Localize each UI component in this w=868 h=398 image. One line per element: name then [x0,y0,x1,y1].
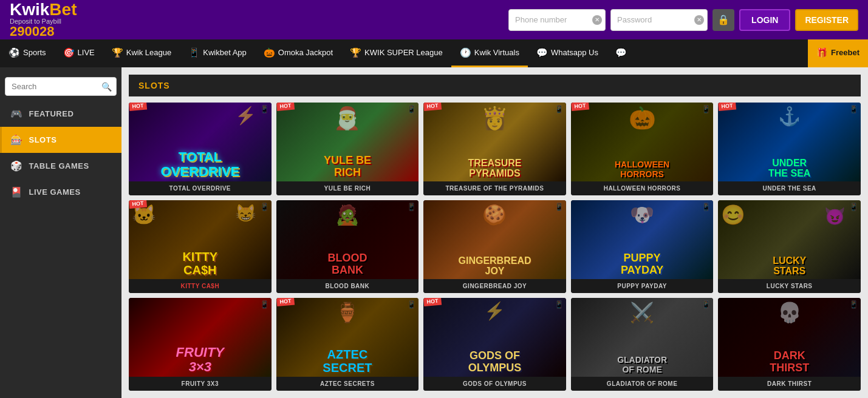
nav-omoka-jackpot[interactable]: 🎃 Omoka Jackpot [255,39,341,67]
mobile-icon: 📱 [849,105,858,113]
password-input[interactable] [610,9,708,31]
game-card-kitty-cash[interactable]: HOT 📱 KITTYCA$H 🐱 😸 KITTY CA$H [129,200,272,293]
game-text: AZTECSECRET [276,345,419,377]
nav-kwik-virtuals-label: Kwik Virtuals [474,48,519,57]
sidebar-featured-label: FEATURED [29,109,74,118]
mobile-icon: 📱 [849,300,858,309]
game-thumb: HOT 📱 AZTECSECRET 🏺 [276,298,419,377]
live-icon: 🎯 [63,47,75,58]
table-games-icon: 🎲 [10,160,23,172]
sidebar-item-slots[interactable]: 🎰 SLOTS [0,127,121,153]
logo-paybill: 290028 [10,25,77,38]
game-card-aztec-secrets[interactable]: HOT 📱 AZTECSECRET 🏺 AZTEC SECRETS [276,298,419,391]
game-card-gladiator-rome[interactable]: 📱 GLADIATOROF ROME ⚔️ GLADIATOR OF ROME [571,298,714,391]
nav-sports[interactable]: ⚽ Sports [0,39,55,67]
lock-button[interactable]: 🔒 [713,9,734,31]
nav-live-label: LIVE [78,48,95,57]
main-layout: 🔍 🎮 FEATURED 🎰 SLOTS 🎲 TABLE GAMES 🎴 LIV… [0,67,868,398]
game-card-puppy-payday[interactable]: 📱 PuppyPayday 🐶 PUPPY PAYDAY [571,200,714,293]
game-title: GINGERBREAD JOY [423,279,566,293]
game-grid: HOT 📱 TOTALOVERDRIVE ⚡ TOTAL OVERDRIVE H… [129,103,861,391]
game-title: FRUITY 3X3 [129,377,272,391]
game-card-fruity-3x3[interactable]: 📱 FRUITY3×3 FRUITY 3X3 [129,298,272,391]
featured-icon: 🎮 [10,108,23,120]
password-clear-button[interactable]: ✕ [694,15,704,25]
game-title: BLOOD BANK [276,279,419,293]
game-title: HALLOWEEN HORRORS [571,181,714,195]
nav-whatsapp-label: Whatsapp Us [551,48,598,57]
game-text: KITTYCA$H [129,248,272,279]
register-button[interactable]: REGISTER [795,9,858,31]
phone-clear-button[interactable]: ✕ [592,15,602,25]
game-text: TOTALOVERDRIVE [129,147,272,181]
game-title: DARK THIRST [718,377,861,391]
game-thumb: 📱 GLADIATOROF ROME ⚔️ [571,298,714,377]
game-card-treasure-pyramids[interactable]: HOT 📱 TREASUREPYRAMIDS 👸 TREASURE OF THE… [423,103,566,195]
sidebar-item-live-games[interactable]: 🎴 LIVE GAMES [0,179,121,205]
game-card-total-overdrive[interactable]: HOT 📱 TOTALOVERDRIVE ⚡ TOTAL OVERDRIVE [129,103,272,195]
kwikbet-app-icon: 📱 [188,47,200,58]
game-title: AZTEC SECRETS [276,377,419,391]
game-thumb: 📱 GINGERBREADJOY 🍪 [423,200,566,279]
nav-kwik-super[interactable]: 🏆 KWIK SUPER League [341,39,451,67]
phone-input[interactable] [508,9,606,31]
sidebar-slots-label: SLOTS [29,135,57,144]
main-nav: ⚽ Sports 🎯 LIVE 🏆 Kwik League 📱 Kwikbet … [0,39,868,67]
game-title: UNDER THE SEA [718,181,861,195]
mobile-icon: 📱 [260,300,269,309]
kwik-virtuals-icon: 🕐 [460,47,471,58]
game-title: TREASURE OF THE PYRAMIDS [423,181,566,195]
game-card-under-the-sea[interactable]: HOT 📱 UNDERTHE SEA ⚓ UNDER THE SEA [718,103,861,195]
search-wrap: 🔍 [5,77,117,96]
nav-kwik-super-label: KWIK SUPER League [364,48,443,57]
kwik-league-icon: 🏆 [112,47,123,58]
mobile-icon: 📱 [260,105,269,113]
game-text: GINGERBREADJOY [423,253,566,279]
game-title: LUCKY STARS [718,279,861,293]
header: KwikBet Deposit to Paybill 290028 ✕ ✕ 🔒 … [0,0,868,39]
logo-text: KwikBet [10,1,77,18]
sidebar-item-featured[interactable]: 🎮 FEATURED [0,101,121,127]
nav-kwikbet-app[interactable]: 📱 Kwikbet App [180,39,255,67]
game-card-gods-olympus[interactable]: HOT 📱 GODS OFOLYMPUS ⚡ GODS OF OLYMPUS [423,298,566,391]
game-text: GLADIATOROF ROME [571,353,714,377]
hot-badge: HOT [718,103,736,111]
nav-whatsapp[interactable]: 💬 Whatsapp Us [528,39,607,67]
game-text: HALLOWEENHORRORS [571,158,714,181]
game-text: FRUITY3×3 [129,343,272,377]
game-title: TOTAL OVERDRIVE [129,181,272,195]
game-text: GODS OFOLYMPUS [423,348,566,377]
search-input[interactable] [5,77,117,96]
game-text: YULE BERICH [276,152,419,181]
auth-area: ✕ ✕ 🔒 LOGIN REGISTER [508,9,858,31]
game-card-halloween-horrors[interactable]: HOT 📱 HALLOWEENHORRORS 🎃 HALLOWEEN HORRO… [571,103,714,195]
whatsapp-icon: 💬 [536,47,548,58]
chat-icon: 💬 [615,47,627,58]
mobile-icon: 📱 [702,105,711,113]
game-text: UNDERTHE SEA [718,155,861,181]
phone-input-wrap: ✕ [508,9,606,31]
mobile-icon: 📱 [849,203,858,211]
game-thumb: 📱 DARKTHIRST 💀 [718,298,861,377]
hot-badge: HOT [276,103,295,111]
nav-live[interactable]: 🎯 LIVE [55,39,103,67]
freebet-icon: 🎁 [816,47,828,58]
nav-kwik-virtuals[interactable]: 🕐 Kwik Virtuals [451,39,528,67]
sidebar-item-table-games[interactable]: 🎲 TABLE GAMES [0,153,121,179]
game-thumb: 📱 LUCKYSTARS 😊 😈 [718,200,861,279]
game-title: GLADIATOR OF ROME [571,377,714,391]
nav-chat[interactable]: 💬 [607,39,635,67]
nav-kwik-league[interactable]: 🏆 Kwik League [103,39,180,67]
mobile-icon: 📱 [407,300,416,309]
search-icon[interactable]: 🔍 [101,82,112,92]
game-card-blood-bank[interactable]: 📱 BLOODBANK 🧟 BLOOD BANK [276,200,419,293]
logo-bet: Bet [49,0,77,19]
omoka-jackpot-icon: 🎃 [264,47,275,58]
live-games-icon: 🎴 [10,186,23,198]
game-card-dark-thirst[interactable]: 📱 DARKTHIRST 💀 DARK THIRST [718,298,861,391]
game-card-lucky-stars[interactable]: 📱 LUCKYSTARS 😊 😈 LUCKY STARS [718,200,861,293]
nav-freebet[interactable]: 🎁 Freebet [808,39,868,67]
login-button[interactable]: LOGIN [739,9,790,31]
game-card-gingerbread-joy[interactable]: 📱 GINGERBREADJOY 🍪 GINGERBREAD JOY [423,200,566,293]
game-card-yule-be-rich[interactable]: HOT 📱 YULE BERICH 🎅 YULE BE RICH [276,103,419,195]
